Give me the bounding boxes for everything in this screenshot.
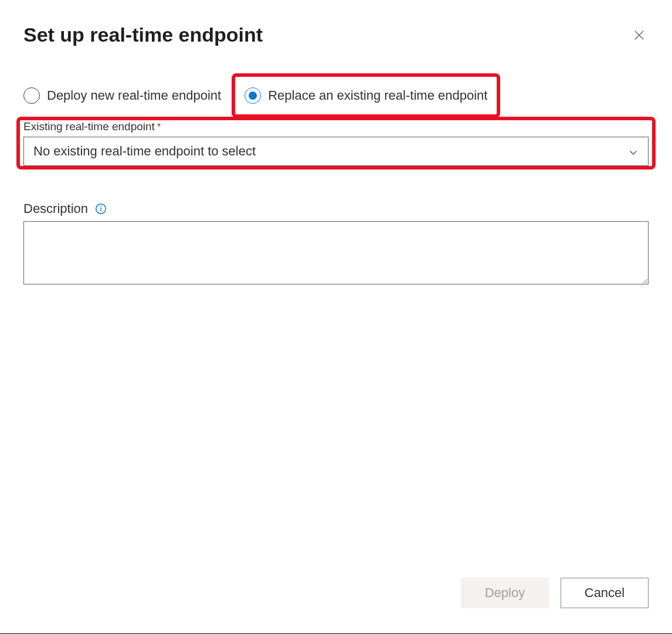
dialog-footer: Deploy Cancel (23, 567, 649, 622)
svg-point-2 (100, 206, 101, 207)
dialog-title: Set up real-time endpoint (23, 23, 263, 46)
radio-icon-selected (245, 87, 261, 104)
deploy-mode-radio-group: Deploy new real-time endpoint Replace an… (23, 87, 649, 104)
deploy-button[interactable]: Deploy (461, 578, 549, 608)
required-indicator: * (157, 122, 161, 132)
radio-icon (23, 87, 40, 104)
description-label: Description (23, 201, 88, 216)
close-icon (633, 29, 646, 42)
info-icon[interactable] (95, 203, 107, 215)
close-button[interactable] (630, 26, 649, 45)
field-label-row: Existing real-time endpoint* (23, 120, 649, 137)
chevron-down-icon (628, 146, 639, 157)
cancel-button[interactable]: Cancel (561, 578, 649, 608)
description-textarea[interactable] (23, 221, 649, 284)
existing-endpoint-field: Existing real-time endpoint* No existing… (23, 120, 649, 166)
dialog-header: Set up real-time endpoint (23, 23, 649, 46)
description-label-row: Description (23, 201, 649, 216)
existing-endpoint-label: Existing real-time endpoint (23, 120, 155, 133)
description-field: Description (23, 201, 649, 287)
radio-deploy-new[interactable]: Deploy new real-time endpoint (23, 87, 221, 104)
radio-label-deploy-new: Deploy new real-time endpoint (47, 88, 221, 103)
radio-label-replace-existing: Replace an existing real-time endpoint (268, 88, 487, 103)
dropdown-selected-text: No existing real-time endpoint to select (33, 144, 256, 159)
existing-endpoint-dropdown[interactable]: No existing real-time endpoint to select (23, 137, 649, 166)
radio-replace-existing[interactable]: Replace an existing real-time endpoint (245, 87, 487, 104)
setup-endpoint-dialog: Set up real-time endpoint Deploy new rea… (0, 0, 672, 634)
